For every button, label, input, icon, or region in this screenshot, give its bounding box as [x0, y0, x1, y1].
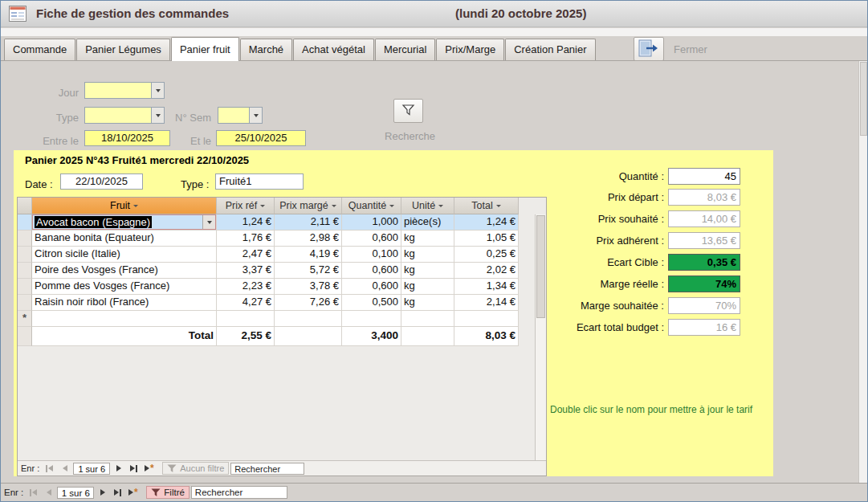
form-vscroll[interactable]	[858, 61, 868, 483]
date-to-field[interactable]: 25/10/2025	[216, 130, 306, 146]
column-header-total[interactable]: Total	[454, 198, 519, 214]
new-record-button[interactable]: *	[126, 487, 140, 499]
fruit-combo[interactable]: Avocat bacon (Espagne)	[32, 214, 217, 231]
date-from-field[interactable]: 18/10/2025	[84, 130, 170, 146]
nsem-combo[interactable]	[218, 107, 263, 124]
record-selector[interactable]	[18, 247, 32, 263]
chevron-down-icon[interactable]	[249, 108, 262, 123]
cell-fruit[interactable]: Citron sicile (Italie)	[32, 247, 217, 263]
column-header-prix-ref[interactable]: Prix réf	[217, 198, 275, 214]
table-row[interactable]: Raisin noir ribol (France)4,27 €7,26 €0,…	[18, 295, 546, 311]
cell-empty[interactable]	[401, 311, 454, 327]
tab-mercurial[interactable]: Mercurial	[375, 39, 435, 60]
next-record-button[interactable]	[112, 463, 125, 475]
cell-prix-marge[interactable]: 3,78 €	[275, 279, 342, 295]
tab-panier-fruit[interactable]: Panier fruit	[171, 37, 239, 61]
chevron-down-icon[interactable]	[151, 108, 164, 123]
record-position[interactable]: 1 sur 6	[57, 487, 94, 499]
cell-unite[interactable]: kg	[401, 295, 454, 311]
filter-arrow-icon[interactable]	[496, 205, 501, 207]
filter-arrow-icon[interactable]	[389, 205, 394, 207]
table-row[interactable]: Avocat bacon (Espagne)1,24 €2,11 €1,000p…	[18, 214, 546, 231]
prev-record-button[interactable]	[58, 463, 71, 475]
tab-creation-panier[interactable]: Création Panier	[505, 39, 595, 60]
cell-quantite[interactable]: 0,600	[342, 279, 401, 295]
cell-total[interactable]: 2,02 €	[454, 263, 519, 279]
new-record-row[interactable]: *	[18, 311, 546, 327]
cell-empty[interactable]	[217, 311, 275, 327]
cell-quantite[interactable]: 1,000	[342, 214, 401, 231]
cell-total[interactable]: 1,24 €	[454, 214, 519, 231]
cell-unite[interactable]: pièce(s)	[401, 214, 454, 231]
filtered-indicator[interactable]: Filtré	[146, 486, 189, 499]
type-combo[interactable]	[84, 107, 165, 124]
record-selector[interactable]	[18, 214, 32, 231]
cell-total[interactable]: 0,25 €	[454, 247, 519, 263]
cell-empty[interactable]	[342, 311, 401, 327]
cell-empty[interactable]	[454, 311, 519, 327]
cell-quantite[interactable]: 0,600	[342, 231, 401, 247]
record-selector[interactable]	[18, 295, 32, 311]
prev-record-button[interactable]	[42, 487, 55, 499]
column-header-prix-marge[interactable]: Prix margé	[275, 198, 342, 214]
cell-unite[interactable]: kg	[401, 279, 454, 295]
search-box[interactable]: Rechercher	[191, 486, 287, 499]
chevron-down-icon[interactable]	[151, 83, 164, 98]
new-record-button[interactable]: *	[142, 463, 156, 475]
record-selector[interactable]	[18, 279, 32, 295]
cell-prix-ref[interactable]: 4,27 €	[217, 295, 275, 311]
last-record-button[interactable]	[127, 463, 141, 475]
cell-quantite[interactable]: 0,600	[342, 263, 401, 279]
table-row[interactable]: Pomme des Vosges (France)2,23 €3,78 €0,6…	[18, 279, 546, 295]
tab-achat-vegetal[interactable]: Achat végétal	[293, 39, 374, 60]
cell-unite[interactable]: kg	[401, 247, 454, 263]
combo-dropdown-button[interactable]	[202, 215, 215, 229]
cell-prix-marge[interactable]: 5,72 €	[275, 263, 342, 279]
first-record-button[interactable]	[43, 463, 56, 475]
record-position[interactable]: 1 sur 6	[73, 463, 110, 475]
cell-fruit[interactable]: Banane bonita (Equateur)	[32, 231, 217, 247]
scrollbar-thumb[interactable]	[860, 62, 867, 136]
column-header-unite[interactable]: Unité	[401, 198, 454, 214]
last-record-button[interactable]	[111, 487, 124, 499]
cell-unite[interactable]: kg	[401, 231, 454, 247]
cell-prix-ref[interactable]: 3,37 €	[217, 263, 275, 279]
cell-prix-ref[interactable]: 2,47 €	[217, 247, 275, 263]
column-header-fruit[interactable]: Fruit	[32, 198, 217, 214]
record-selector[interactable]	[18, 231, 32, 247]
cell-quantite[interactable]: 0,500	[342, 295, 401, 311]
table-row[interactable]: Banane bonita (Equateur)1,76 €2,98 €0,60…	[18, 231, 546, 247]
cell-fruit[interactable]: Pomme des Vosges (France)	[32, 279, 217, 295]
cell-unite[interactable]: kg	[401, 263, 454, 279]
tab-commande[interactable]: Commande	[4, 39, 75, 60]
search-box[interactable]: Rechercher	[230, 463, 304, 475]
cell-empty[interactable]	[32, 311, 217, 327]
table-row[interactable]: Citron sicile (Italie)2,47 €4,19 €0,100k…	[18, 247, 546, 263]
filter-arrow-icon[interactable]	[260, 205, 265, 207]
cell-prix-ref[interactable]: 1,24 €	[217, 214, 275, 231]
no-filter-indicator[interactable]: Aucun filtre	[162, 462, 229, 475]
table-row[interactable]: Poire des Vosges (France)3,37 €5,72 €0,6…	[18, 263, 546, 279]
panier-type-field[interactable]: Fruité1	[215, 173, 304, 190]
summary-value-quantite[interactable]: 45	[668, 168, 740, 185]
column-header-quantite[interactable]: Quantité	[342, 198, 401, 214]
cell-prix-marge[interactable]: 4,19 €	[275, 247, 342, 263]
date-field[interactable]: 22/10/2025	[60, 173, 143, 190]
cell-quantite[interactable]: 0,100	[342, 247, 401, 263]
first-record-button[interactable]	[26, 487, 40, 499]
jour-combo[interactable]	[84, 82, 165, 99]
tab-panier-legumes[interactable]: Panier Légumes	[76, 39, 170, 60]
cell-fruit[interactable]: Raisin noir ribol (France)	[32, 295, 217, 311]
cell-prix-marge[interactable]: 2,11 €	[275, 214, 342, 231]
close-button[interactable]	[634, 37, 664, 61]
new-record-selector[interactable]: *	[18, 311, 32, 327]
tab-marche[interactable]: Marché	[240, 39, 292, 60]
cell-prix-marge[interactable]: 2,98 €	[275, 231, 342, 247]
cell-prix-ref[interactable]: 2,23 €	[217, 279, 275, 295]
filter-arrow-icon[interactable]	[133, 205, 138, 207]
tab-prix-marge[interactable]: Prix/Marge	[436, 39, 504, 60]
search-button[interactable]	[393, 99, 423, 123]
cell-prix-marge[interactable]: 7,26 €	[275, 295, 342, 311]
cell-total[interactable]: 1,34 €	[454, 279, 519, 295]
cell-empty[interactable]	[275, 311, 342, 327]
